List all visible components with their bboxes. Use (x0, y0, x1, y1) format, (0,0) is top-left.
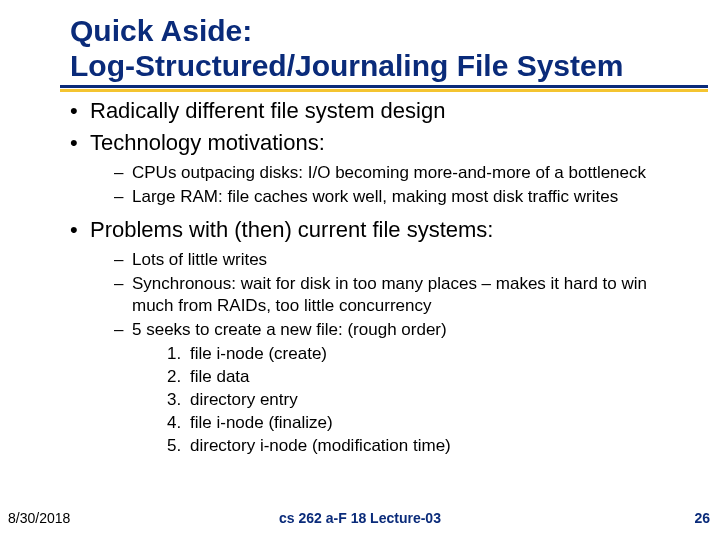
numbered-text: directory entry (190, 390, 298, 409)
bullet-list: Radically different file system design T… (70, 97, 690, 458)
bullet-item: Radically different file system design (70, 97, 690, 125)
slide-title: Quick Aside: Log-Structured/Journaling F… (70, 14, 623, 83)
title-line-1: Quick Aside: (70, 14, 252, 47)
numbered-item: file data (186, 366, 690, 389)
bullet-item: Technology motivations: CPUs outpacing d… (70, 129, 690, 208)
footer-center: cs 262 a-F 18 Lecture-03 (0, 510, 720, 526)
sub-bullet-item: Synchronous: wait for disk in too many p… (114, 273, 690, 316)
numbered-text: file data (190, 367, 250, 386)
slide: Quick Aside: Log-Structured/Journaling F… (0, 0, 720, 540)
sub-bullet-list: Lots of little writes Synchronous: wait … (90, 249, 690, 458)
footer: 8/30/2018 cs 262 a-F 18 Lecture-03 26 (0, 510, 720, 530)
sub-bullet-list: CPUs outpacing disks: I/O becoming more-… (90, 162, 690, 208)
underline-yellow (60, 89, 708, 92)
bullet-text: Technology motivations: (90, 130, 325, 155)
numbered-item: directory i-node (modification time) (186, 435, 690, 458)
sub-bullet-text: CPUs outpacing disks: I/O becoming more-… (132, 163, 646, 182)
sub-bullet-text: Lots of little writes (132, 250, 267, 269)
sub-bullet-text: Large RAM: file caches work well, making… (132, 187, 618, 206)
numbered-item: directory entry (186, 389, 690, 412)
title-block: Quick Aside: Log-Structured/Journaling F… (0, 0, 720, 83)
footer-page-number: 26 (694, 510, 710, 526)
numbered-item: file i-node (finalize) (186, 412, 690, 435)
sub-bullet-item: Large RAM: file caches work well, making… (114, 186, 690, 207)
numbered-text: file i-node (finalize) (190, 413, 333, 432)
title-line-2: Log-Structured/Journaling File System (70, 49, 623, 82)
numbered-list: file i-node (create) file data directory… (132, 343, 690, 458)
sub-bullet-item: CPUs outpacing disks: I/O becoming more-… (114, 162, 690, 183)
sub-bullet-item: 5 seeks to create a new file: (rough ord… (114, 319, 690, 458)
numbered-text: directory i-node (modification time) (190, 436, 451, 455)
bullet-text: Radically different file system design (90, 98, 445, 123)
sub-bullet-text: Synchronous: wait for disk in too many p… (132, 274, 647, 314)
sub-bullet-text: 5 seeks to create a new file: (rough ord… (132, 320, 447, 339)
bullet-text: Problems with (then) current file system… (90, 217, 493, 242)
bullet-item: Problems with (then) current file system… (70, 216, 690, 458)
sub-bullet-item: Lots of little writes (114, 249, 690, 270)
numbered-item: file i-node (create) (186, 343, 690, 366)
numbered-text: file i-node (create) (190, 344, 327, 363)
underline-blue (60, 85, 708, 88)
content-area: Radically different file system design T… (0, 83, 720, 458)
